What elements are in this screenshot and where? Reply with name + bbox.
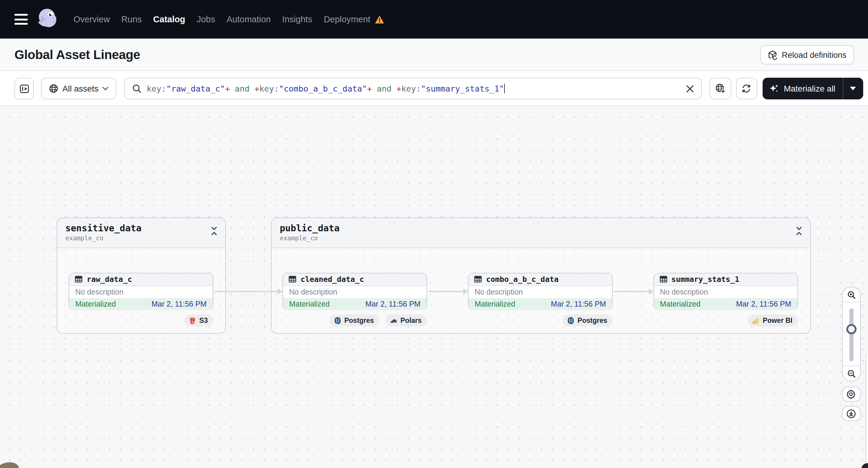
lineage-edge xyxy=(214,291,278,292)
query-token: and xyxy=(230,84,254,93)
kind-badge-postgres[interactable]: Postgres xyxy=(329,314,379,326)
text-cursor xyxy=(504,84,505,93)
query-token: + xyxy=(254,84,259,93)
query-token: key: xyxy=(401,84,421,93)
materialize-all-split-button: Materialize all xyxy=(762,78,863,99)
zoom-slider[interactable] xyxy=(842,302,860,366)
query-token: + xyxy=(225,84,230,93)
graph-settings-icon[interactable] xyxy=(842,387,861,402)
lineage-toolbar: All assets key:"raw_data_c"+ and +key:"c… xyxy=(0,71,868,106)
query-token: "raw_data_c" xyxy=(166,84,225,93)
collapse-group-icon[interactable] xyxy=(795,226,803,236)
materialization-status: Materialized Mar 2, 11:56 PM xyxy=(469,299,612,310)
kind-badges: S3 xyxy=(69,314,213,326)
zoom-in-icon[interactable] xyxy=(842,287,860,302)
asset-node-header: combo_a_b_c_data xyxy=(469,273,612,286)
zoom-slider-track[interactable] xyxy=(849,308,854,362)
s3-icon xyxy=(189,316,196,324)
query-token: + xyxy=(396,84,401,93)
kind-badge-polars[interactable]: Polars xyxy=(385,314,427,326)
sparkles-icon xyxy=(769,84,779,93)
reload-cube-icon xyxy=(767,50,778,60)
nav-item-insights[interactable]: Insights xyxy=(282,14,312,24)
nav-item-deployment[interactable]: Deployment xyxy=(324,14,384,24)
kind-badge-postgres[interactable]: Postgres xyxy=(563,314,613,326)
nav-item-overview[interactable]: Overview xyxy=(73,14,110,24)
query-token: "summary_stats_1" xyxy=(421,84,504,93)
group-header[interactable]: sensitive_data example_co xyxy=(57,218,225,248)
query-token: + xyxy=(367,84,372,93)
corner-decoration xyxy=(0,460,21,468)
query-token: and xyxy=(372,84,396,93)
postgres-icon xyxy=(333,316,341,324)
top-navbar: Overview Runs Catalog Jobs Automation In… xyxy=(0,0,868,38)
asset-node-combo-a-b-c-data[interactable]: combo_a_b_c_data No description Material… xyxy=(468,273,613,310)
primary-nav: Overview Runs Catalog Jobs Automation In… xyxy=(73,0,384,38)
table-icon xyxy=(474,276,482,283)
lineage-edge xyxy=(429,291,463,292)
search-icon xyxy=(132,84,141,93)
nav-item-runs[interactable]: Runs xyxy=(121,14,142,24)
dagster-logo-icon[interactable] xyxy=(35,6,61,33)
kind-badges: Postgres xyxy=(468,314,613,326)
corner-decoration xyxy=(861,463,868,468)
lineage-edge xyxy=(614,291,648,292)
kind-badge-s3[interactable]: S3 xyxy=(184,314,213,326)
nav-item-jobs[interactable]: Jobs xyxy=(197,14,215,24)
asset-node-cleaned-data-c[interactable]: cleaned_data_c No description Materializ… xyxy=(282,273,427,310)
refresh-icon[interactable] xyxy=(736,78,757,99)
query-token: key: xyxy=(259,84,279,93)
asset-node-header: cleaned_data_c xyxy=(283,273,427,286)
nav-item-catalog[interactable]: Catalog xyxy=(153,14,185,24)
dagster-app: Overview Runs Catalog Jobs Automation In… xyxy=(0,0,868,468)
zoom-slider-handle[interactable] xyxy=(846,324,857,334)
materialization-status: Materialized Mar 2, 11:56 PM xyxy=(654,299,797,310)
reload-definitions-button[interactable]: Reload definitions xyxy=(760,45,854,64)
materialize-all-button[interactable]: Materialize all xyxy=(762,78,842,99)
zoom-controls xyxy=(842,287,861,381)
materialization-status: Materialized Mar 2, 11:56 PM xyxy=(283,299,427,310)
asset-scope-dropdown[interactable]: All assets xyxy=(41,78,116,99)
filter-query-text: key:"raw_data_c"+ and +key:"combo_a_b_c_… xyxy=(147,84,681,93)
clear-filter-icon[interactable] xyxy=(686,85,693,92)
materialization-status: Materialized Mar 2, 11:56 PM xyxy=(69,299,213,310)
fetch-external-assets-button[interactable] xyxy=(710,78,731,99)
chevron-down-icon xyxy=(103,87,109,90)
side-panel-edge xyxy=(865,354,868,468)
open-left-panel-button[interactable] xyxy=(14,78,34,99)
page-title: Global Asset Lineage xyxy=(14,38,141,71)
nav-item-automation[interactable]: Automation xyxy=(226,14,271,24)
asset-filter-input[interactable]: key:"raw_data_c"+ and +key:"combo_a_b_c_… xyxy=(124,78,702,99)
collapse-group-icon[interactable] xyxy=(210,226,218,236)
lineage-canvas[interactable]: sensitive_data example_co public_data ex… xyxy=(0,106,868,468)
query-token: "combo_a_b_c_data" xyxy=(279,84,367,93)
menu-icon[interactable] xyxy=(14,14,28,25)
kind-badge-powerbi[interactable]: Power BI xyxy=(748,314,798,326)
page-header: Global Asset Lineage Reload definitions xyxy=(0,38,868,71)
kind-badges: Postgres Polars xyxy=(282,314,427,326)
download-icon[interactable] xyxy=(842,406,861,421)
asset-node-header: raw_data_c xyxy=(69,273,213,286)
table-icon xyxy=(659,276,667,283)
asset-node-header: summary_stats_1 xyxy=(654,273,797,286)
postgres-icon xyxy=(567,316,575,324)
query-token: key: xyxy=(147,84,166,93)
powerbi-icon xyxy=(752,316,760,324)
group-header[interactable]: public_data example_co xyxy=(271,218,810,248)
materialize-options-dropdown[interactable] xyxy=(842,78,863,99)
table-icon xyxy=(75,276,83,283)
asset-node-summary-stats-1[interactable]: summary_stats_1 No description Materiali… xyxy=(653,273,798,310)
kind-badges: Power BI xyxy=(653,314,798,326)
zoom-out-icon[interactable] xyxy=(842,366,860,381)
warning-icon xyxy=(375,15,384,24)
globe-icon xyxy=(49,84,58,93)
polars-icon xyxy=(390,316,398,324)
table-icon xyxy=(288,276,297,283)
asset-node-raw-data-c[interactable]: raw_data_c No description Materialized M… xyxy=(69,273,213,310)
